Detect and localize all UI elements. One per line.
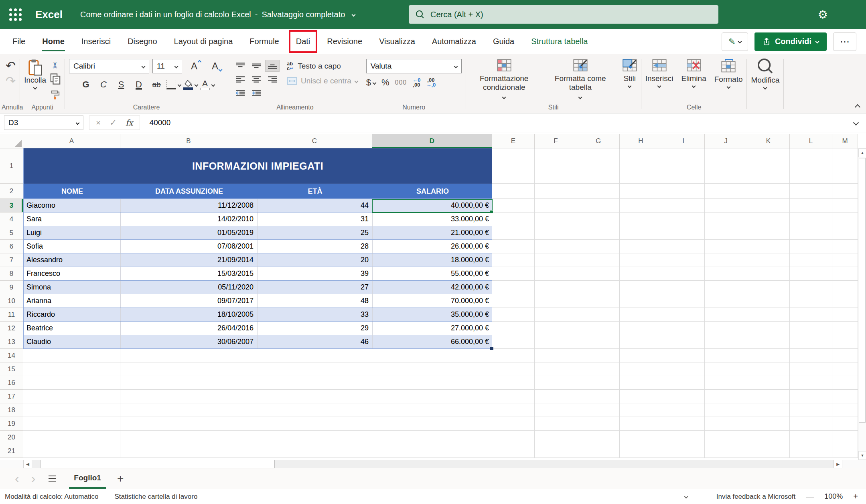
bg-cell-E15[interactable] — [492, 362, 535, 376]
bg-cell-I13[interactable] — [662, 335, 705, 349]
cell-D7[interactable]: 18.000,00 € — [373, 253, 493, 267]
bg-cell-G13[interactable] — [577, 335, 620, 349]
increase-decimal-button[interactable]: ←0,00 — [412, 78, 420, 87]
bg-cell-H9[interactable] — [620, 281, 662, 294]
tab-visualizza[interactable]: Visualizza — [371, 29, 424, 54]
bg-cell-H16[interactable] — [620, 376, 662, 390]
cell-C8[interactable]: 39 — [258, 267, 373, 280]
bg-cell-E2[interactable] — [492, 184, 535, 199]
bg-cell-J10[interactable] — [705, 294, 747, 308]
bg-cell-E13[interactable] — [492, 335, 535, 349]
bg-cell-L19[interactable] — [790, 417, 832, 431]
bg-cell-K15[interactable] — [747, 362, 790, 376]
bg-cell-J12[interactable] — [705, 322, 747, 335]
bg-cell-K5[interactable] — [747, 226, 790, 240]
bg-cell-L15[interactable] — [790, 362, 832, 376]
bg-cell-K10[interactable] — [747, 294, 790, 308]
table-header-B2[interactable]: DATA ASSUNZIONE — [121, 184, 258, 198]
column-header-A[interactable]: A — [23, 134, 120, 148]
bg-cell-G8[interactable] — [577, 267, 620, 281]
cell-B3[interactable]: 11/12/2008 — [121, 199, 258, 212]
bg-cell-I16[interactable] — [662, 376, 705, 390]
bg-cell-I11[interactable] — [662, 308, 705, 322]
cell-A9[interactable]: Simona — [24, 281, 121, 294]
row-header-18[interactable]: 18 — [0, 403, 23, 417]
scroll-up-button[interactable]: ▲ — [858, 148, 866, 157]
font-size-select[interactable]: 11 — [152, 59, 182, 73]
cell-A7[interactable]: Alessandro — [24, 253, 121, 267]
bg-cell-G17[interactable] — [577, 390, 620, 403]
bg-cell-E4[interactable] — [492, 213, 535, 226]
font-color-button[interactable]: A — [200, 79, 215, 90]
undo-button[interactable]: ↶ — [6, 60, 16, 72]
vertical-scroll-thumb[interactable] — [859, 158, 866, 423]
font-name-select[interactable]: Calibri — [69, 59, 149, 73]
cell-C13[interactable]: 46 — [258, 335, 373, 348]
bg-cell-F1[interactable] — [535, 148, 577, 184]
bg-cell-I19[interactable] — [662, 417, 705, 431]
bg-cell-J2[interactable] — [705, 184, 747, 199]
bg-cell-H8[interactable] — [620, 267, 662, 281]
cut-button[interactable]: ✂ — [50, 61, 61, 69]
bg-cell-I2[interactable] — [662, 184, 705, 199]
collapse-ribbon-button[interactable] — [855, 104, 860, 110]
bg-cell-H5[interactable] — [620, 226, 662, 240]
bg-cell-K4[interactable] — [747, 213, 790, 226]
bg-cell-D18[interactable] — [372, 403, 492, 417]
tab-struttura-tabella[interactable]: Struttura tabella — [523, 29, 596, 54]
tab-disegno[interactable]: Disegno — [119, 29, 165, 54]
bg-cell-K7[interactable] — [747, 253, 790, 267]
bg-cell-K12[interactable] — [747, 322, 790, 335]
bg-cell-J3[interactable] — [705, 199, 747, 213]
bg-cell-E19[interactable] — [492, 417, 535, 431]
row-header-19[interactable]: 19 — [0, 417, 23, 431]
bg-cell-I9[interactable] — [662, 281, 705, 294]
tab-dati[interactable]: Dati — [288, 29, 319, 54]
number-format-select[interactable]: Valuta — [366, 59, 462, 73]
currency-format-button[interactable]: $ — [366, 77, 376, 88]
bg-cell-K1[interactable] — [747, 148, 790, 184]
bg-cell-D19[interactable] — [372, 417, 492, 431]
bg-cell-F14[interactable] — [535, 349, 577, 362]
bg-cell-H17[interactable] — [620, 390, 662, 403]
bg-cell-H7[interactable] — [620, 253, 662, 267]
bg-cell-E8[interactable] — [492, 267, 535, 281]
tab-inserisci[interactable]: Inserisci — [73, 29, 119, 54]
tab-home[interactable]: Home — [34, 29, 73, 54]
bg-cell-B14[interactable] — [120, 349, 257, 362]
bg-cell-F4[interactable] — [535, 213, 577, 226]
insert-function-button[interactable]: fx — [126, 118, 133, 128]
bg-cell-L17[interactable] — [790, 390, 832, 403]
cell-styles-button[interactable]: Stili — [623, 59, 637, 87]
bg-cell-K16[interactable] — [747, 376, 790, 390]
cell-B4[interactable]: 14/02/2010 — [121, 213, 258, 226]
bg-cell-B19[interactable] — [120, 417, 257, 431]
feedback-link[interactable]: Invia feedback a Microsoft — [716, 493, 795, 501]
row-header-1[interactable]: 1 — [0, 148, 23, 184]
bg-cell-E5[interactable] — [492, 226, 535, 240]
add-sheet-button[interactable]: + — [109, 468, 132, 489]
scroll-left-button[interactable]: ◀ — [23, 460, 32, 468]
bg-cell-M14[interactable] — [832, 349, 858, 362]
app-name[interactable]: Excel — [35, 8, 63, 21]
bg-cell-G10[interactable] — [577, 294, 620, 308]
bg-cell-L7[interactable] — [790, 253, 832, 267]
bg-cell-A21[interactable] — [23, 444, 120, 458]
bg-cell-F9[interactable] — [535, 281, 577, 294]
bg-cell-F11[interactable] — [535, 308, 577, 322]
row-header-11[interactable]: 11 — [0, 308, 23, 322]
bg-cell-J14[interactable] — [705, 349, 747, 362]
bg-cell-D14[interactable] — [372, 349, 492, 362]
bg-cell-E9[interactable] — [492, 281, 535, 294]
format-cells-button[interactable]: Formato — [714, 59, 743, 88]
search-box[interactable]: Cerca (Alt + X) — [409, 5, 718, 24]
cell-D3[interactable]: 40.000,00 € — [373, 199, 493, 212]
insert-cells-button[interactable]: Inserisci — [645, 59, 673, 87]
edit-button[interactable]: Modifica — [751, 58, 779, 89]
align-center-button[interactable] — [249, 73, 264, 85]
tab-guida[interactable]: Guida — [485, 29, 523, 54]
bg-cell-J9[interactable] — [705, 281, 747, 294]
bg-cell-A19[interactable] — [23, 417, 120, 431]
bg-cell-G16[interactable] — [577, 376, 620, 390]
bg-cell-J17[interactable] — [705, 390, 747, 403]
